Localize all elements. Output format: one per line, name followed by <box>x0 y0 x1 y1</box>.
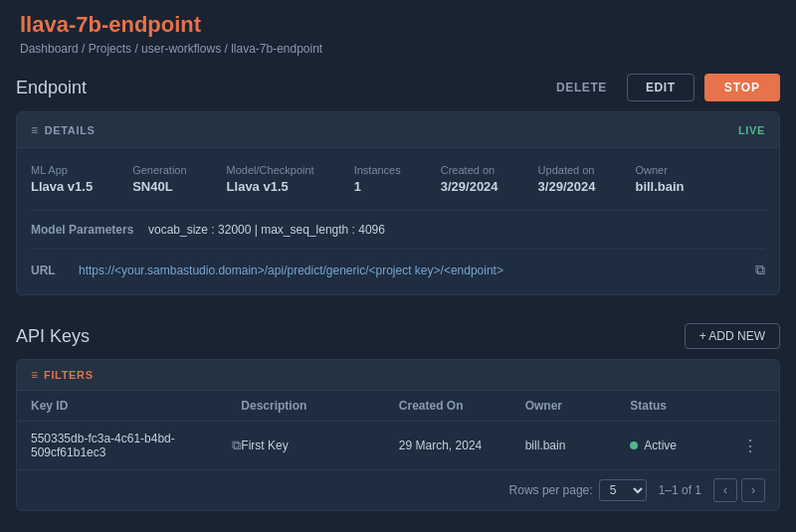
endpoint-card-body: ML App Llava v1.5 Generation SN40L Model… <box>17 148 779 294</box>
created-on-cell: 29 March, 2024 <box>399 439 525 452</box>
pagination-nav: ‹ › <box>713 478 765 502</box>
model-params-row: Model Parameters vocab_size : 32000 | ma… <box>31 223 765 237</box>
col-header-status: Status <box>630 399 735 413</box>
updated-on-value: 3/29/2024 <box>538 179 596 194</box>
url-label: URL <box>31 264 71 277</box>
instances-label: Instances <box>354 164 401 176</box>
filter-bar: ≡ FILTERS <box>17 360 779 391</box>
instances-info: Instances 1 <box>354 164 401 194</box>
header-actions: DELETE EDIT STOP <box>546 74 780 101</box>
updated-on-info: Updated on 3/29/2024 <box>538 164 596 194</box>
breadcrumb-user-workflows[interactable]: user-workflows <box>141 42 221 56</box>
api-keys-title: API Keys <box>16 326 90 347</box>
col-header-description: Description <box>241 399 399 413</box>
details-tab-icon: ≡ <box>31 123 39 137</box>
instances-value: 1 <box>354 179 401 194</box>
page-info: 1–1 of 1 <box>659 483 701 497</box>
endpoint-section-header: Endpoint DELETE EDIT STOP <box>16 64 780 111</box>
rows-per-page-label: Rows per page: <box>509 483 593 497</box>
breadcrumb-current: llava-7b-endpoint <box>231 42 322 56</box>
created-on-value: 3/29/2024 <box>441 179 498 194</box>
model-params-values: vocab_size : 32000 | max_seq_length : 40… <box>148 223 385 237</box>
created-on-info: Created on 3/29/2024 <box>441 164 498 194</box>
model-checkpoint-label: Model/Checkpoint <box>227 164 314 176</box>
owner-value: bill.bain <box>635 179 684 194</box>
owner-label: Owner <box>635 164 684 176</box>
url-row: URL https://<your.sambastudio.domain>/ap… <box>31 262 765 278</box>
ml-app-value: Llava v1.5 <box>31 179 93 194</box>
details-tab-label: DETAILS <box>45 124 96 136</box>
endpoint-title: Endpoint <box>16 78 87 98</box>
table-row: 550335db-fc3a-4c61-b4bd-509cf61b1ec3 ⧉ F… <box>17 422 779 470</box>
api-keys-card: ≡ FILTERS Key ID Description Created On … <box>16 359 780 511</box>
add-new-api-key-button[interactable]: + ADD NEW <box>685 323 780 349</box>
api-keys-section-header: API Keys + ADD NEW <box>16 311 780 359</box>
pagination-row: Rows per page: 5 10 25 1–1 of 1 ‹ › <box>17 470 779 510</box>
rows-per-page-select[interactable]: 5 10 25 <box>599 479 647 501</box>
copy-key-icon[interactable]: ⧉ <box>232 438 241 453</box>
col-header-actions <box>735 399 765 413</box>
generation-value: SN40L <box>132 179 186 194</box>
key-id-cell: 550335db-fc3a-4c61-b4bd-509cf61b1ec3 ⧉ <box>31 432 241 459</box>
api-table-header: Key ID Description Created On Owner Stat… <box>17 391 779 422</box>
next-page-button[interactable]: › <box>741 478 765 502</box>
generation-label: Generation <box>132 164 186 176</box>
edit-button[interactable]: EDIT <box>627 74 695 101</box>
status-active-dot <box>630 442 638 449</box>
col-header-owner: Owner <box>525 399 631 413</box>
endpoint-details-card: ≡ DETAILS LIVE ML App Llava v1.5 Generat… <box>16 111 780 295</box>
ml-app-info: ML App Llava v1.5 <box>31 164 93 194</box>
details-tab[interactable]: ≡ DETAILS <box>31 123 96 137</box>
generation-info: Generation SN40L <box>132 164 186 194</box>
page-title: llava-7b-endpoint <box>20 12 776 38</box>
breadcrumb: Dashboard / Projects / user-workflows / … <box>20 42 776 56</box>
ml-app-label: ML App <box>31 164 93 176</box>
created-on-label: Created on <box>441 164 498 176</box>
col-header-key-id: Key ID <box>31 399 241 413</box>
row-actions-cell[interactable]: ⋮ <box>735 437 765 455</box>
divider-2 <box>31 249 765 250</box>
owner-info: Owner bill.bain <box>635 164 684 194</box>
breadcrumb-dashboard[interactable]: Dashboard <box>20 42 79 56</box>
filter-icon: ≡ <box>31 368 38 382</box>
rows-per-page-control: Rows per page: 5 10 25 <box>509 479 647 501</box>
endpoint-info-row: ML App Llava v1.5 Generation SN40L Model… <box>31 164 765 194</box>
model-params-label: Model Parameters <box>31 223 140 237</box>
stop-button[interactable]: STOP <box>704 74 780 101</box>
updated-on-label: Updated on <box>538 164 596 176</box>
breadcrumb-sep1: / <box>82 42 89 56</box>
key-id-value: 550335db-fc3a-4c61-b4bd-509cf61b1ec3 <box>31 432 226 459</box>
status-value: Active <box>644 439 677 452</box>
card-tab-bar: ≡ DETAILS LIVE <box>17 112 779 148</box>
copy-url-icon[interactable]: ⧉ <box>755 262 765 278</box>
row-menu-dots[interactable]: ⋮ <box>742 437 758 455</box>
model-checkpoint-value: Llava v1.5 <box>227 179 314 194</box>
status-cell: Active <box>630 439 735 452</box>
model-checkpoint-info: Model/Checkpoint Llava v1.5 <box>227 164 314 194</box>
live-badge: LIVE <box>738 124 765 136</box>
filter-label: FILTERS <box>44 369 94 381</box>
owner-cell: bill.bain <box>525 439 631 452</box>
delete-button[interactable]: DELETE <box>546 75 617 100</box>
col-header-created-on: Created On <box>399 399 525 413</box>
divider-1 <box>31 210 765 211</box>
prev-page-button[interactable]: ‹ <box>713 478 737 502</box>
breadcrumb-projects[interactable]: Projects <box>89 42 131 56</box>
url-value: https://<your.sambastudio.domain>/api/pr… <box>79 264 747 277</box>
description-cell: First Key <box>241 439 399 452</box>
